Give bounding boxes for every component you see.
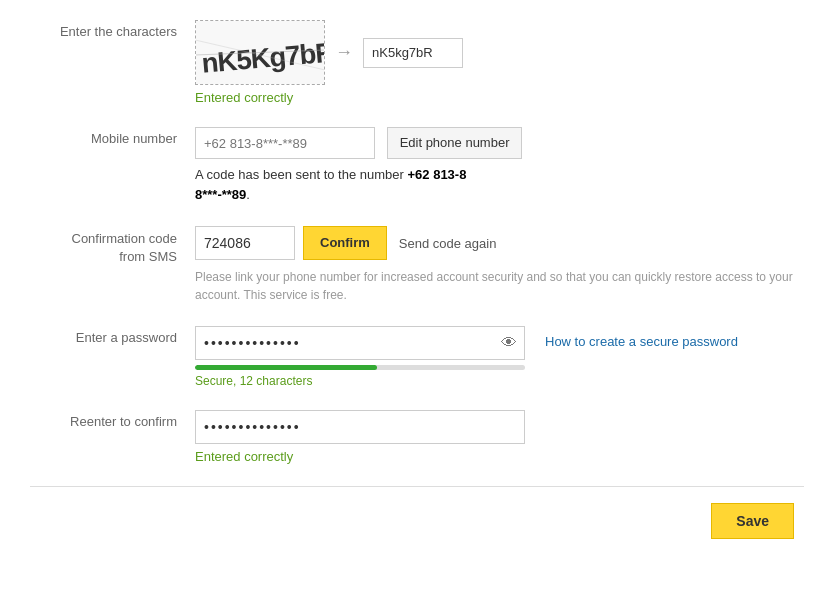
confirmation-label-line1: Confirmation code <box>72 231 178 246</box>
captcha-entered-correctly: Entered correctly <box>195 90 804 105</box>
captcha-image: nK5Kg7bR <box>195 20 325 85</box>
password-content: 👁 Secure, 12 characters How to create a … <box>195 326 804 388</box>
password-label: Enter a password <box>30 326 195 345</box>
password-input[interactable] <box>195 326 525 360</box>
code-sent-message: A code has been sent to the number +62 8… <box>195 165 804 204</box>
confirmation-label-line2: from SMS <box>119 249 177 264</box>
edit-phone-button[interactable]: Edit phone number <box>387 127 523 159</box>
reenter-row: Reenter to confirm Entered correctly <box>30 410 804 464</box>
password-strength-bar <box>195 365 525 370</box>
confirmation-label: Confirmation code from SMS <box>30 226 195 266</box>
captcha-row: Enter the characters nK5Kg7bR → Entered … <box>30 20 804 105</box>
confirmation-row: Confirmation code from SMS Confirm Send … <box>30 226 804 304</box>
reenter-input[interactable] <box>195 410 525 444</box>
reenter-content: Entered correctly <box>195 410 804 464</box>
sms-note: Please link your phone number for increa… <box>195 268 804 304</box>
save-button[interactable]: Save <box>711 503 794 539</box>
phone-input[interactable] <box>195 127 375 159</box>
divider <box>30 486 804 487</box>
save-row: Save <box>30 503 804 539</box>
mobile-row: Mobile number Edit phone number A code h… <box>30 127 804 204</box>
password-strength-text: Secure, 12 characters <box>195 374 525 388</box>
arrow-icon: → <box>335 42 353 63</box>
mobile-content: Edit phone number A code has been sent t… <box>195 127 804 204</box>
captcha-content: nK5Kg7bR → Entered correctly <box>195 20 804 105</box>
password-strength-fill <box>195 365 377 370</box>
code-sent-prefix: A code has been sent to the number <box>195 167 407 182</box>
captcha-input[interactable] <box>363 38 463 68</box>
code-sent-suffix: . <box>246 187 250 202</box>
how-to-password-link[interactable]: How to create a secure password <box>545 334 738 349</box>
confirmation-content: Confirm Send code again Please link your… <box>195 226 804 304</box>
sms-code-input[interactable] <box>195 226 295 260</box>
mobile-label: Mobile number <box>30 127 195 146</box>
confirm-button[interactable]: Confirm <box>303 226 387 260</box>
eye-icon[interactable]: 👁 <box>501 334 517 352</box>
send-again-link[interactable]: Send code again <box>399 236 497 251</box>
reenter-label: Reenter to confirm <box>30 410 195 429</box>
reenter-entered-correctly: Entered correctly <box>195 449 804 464</box>
captcha-label: Enter the characters <box>30 20 195 39</box>
password-wrapper: 👁 <box>195 326 525 360</box>
password-row: Enter a password 👁 Secure, 12 characters… <box>30 326 804 388</box>
